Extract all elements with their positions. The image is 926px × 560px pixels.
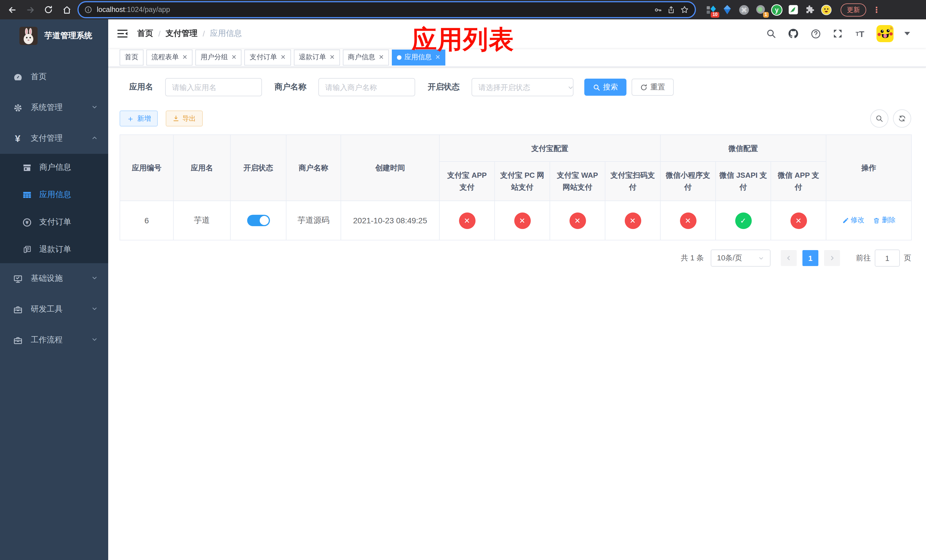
font-size-icon[interactable]: TT: [854, 28, 865, 39]
sidebar-menu: 首页 系统管理 ¥ 支付管理: [0, 62, 108, 356]
payment-submenu: 商户信息 应用信息 ¥ 支付订单: [0, 154, 108, 263]
extension-notes-icon[interactable]: [788, 4, 799, 15]
svg-text:y: y: [775, 6, 779, 14]
tab-merchant-info[interactable]: 商户信息 ✕: [343, 49, 389, 65]
breadcrumb-home[interactable]: 首页: [137, 29, 153, 39]
refresh-table-button[interactable]: [893, 109, 911, 128]
forward-icon[interactable]: [23, 2, 38, 17]
sidebar-item-infrastructure[interactable]: 基础设施: [0, 263, 108, 294]
sidebar-item-label: 支付订单: [39, 217, 71, 227]
next-page-button[interactable]: [824, 250, 840, 266]
sidebar-item-label: 研发工具: [31, 304, 63, 315]
toggle-search-button[interactable]: [870, 109, 888, 128]
breadcrumb-payment[interactable]: 支付管理: [166, 29, 198, 39]
app-logo[interactable]: 芋道管理系统: [0, 20, 108, 52]
tab-user-group[interactable]: 用户分组 ✕: [195, 49, 242, 65]
chevron-down-icon: [91, 274, 98, 283]
browser-update-button[interactable]: 更新: [841, 3, 866, 16]
chevron-down-icon: [91, 305, 98, 314]
sidebar-item-dev-tools[interactable]: 研发工具: [0, 294, 108, 325]
close-icon[interactable]: ✕: [231, 53, 236, 61]
cell-merchant: 芋道源码: [286, 201, 341, 240]
trash-icon: [873, 217, 880, 224]
extension-kite-icon[interactable]: [722, 4, 733, 15]
reset-button[interactable]: 重置: [632, 79, 674, 96]
close-icon[interactable]: ✕: [435, 53, 440, 61]
svg-text:¥: ¥: [26, 220, 29, 225]
home-icon[interactable]: [59, 2, 74, 17]
extension-blocks-icon[interactable]: 10: [705, 4, 716, 15]
tab-process-form[interactable]: 流程表单 ✕: [146, 49, 192, 65]
sidebar-item-payment[interactable]: ¥ 支付管理: [0, 123, 108, 154]
url-text[interactable]: localhost:1024/pay/app: [97, 6, 649, 14]
close-icon[interactable]: ✕: [280, 53, 286, 61]
extensions-puzzle-icon[interactable]: [804, 4, 816, 15]
cell-app-id: 6: [120, 201, 173, 240]
col-group-wechat: 微信配置: [660, 135, 826, 162]
tab-pay-order[interactable]: 支付订单 ✕: [245, 49, 291, 65]
workflow-icon: [12, 335, 23, 345]
add-button[interactable]: ＋ 新增: [120, 110, 158, 127]
browser-menu-icon[interactable]: ⋮: [873, 7, 881, 12]
prev-page-button[interactable]: [781, 250, 797, 266]
sidebar-item-system[interactable]: 系统管理: [0, 92, 108, 123]
status-select[interactable]: [472, 78, 580, 96]
page-size-select[interactable]: 10条/页: [711, 250, 770, 266]
screen: localhost:1024/pay/app 10 ⌘ 1 y: [0, 0, 926, 560]
site-info-icon[interactable]: [84, 6, 92, 14]
extension-command-icon[interactable]: ⌘: [738, 4, 749, 15]
goto-page-input[interactable]: [875, 250, 900, 266]
refund-doc-icon: [22, 245, 32, 254]
sidebar-toggle-icon[interactable]: [117, 28, 128, 39]
close-icon[interactable]: ✕: [379, 53, 384, 61]
page-number-1[interactable]: 1: [802, 250, 819, 266]
sidebar-item-home[interactable]: 首页: [0, 62, 108, 92]
search-icon: [875, 115, 883, 123]
wechat-app-status-icon: [790, 212, 807, 229]
profile-avatar[interactable]: [821, 4, 832, 15]
search-form: 应用名 商户名称 开启状态: [120, 78, 911, 96]
avatar-dropdown-caret[interactable]: [904, 32, 910, 35]
help-icon[interactable]: [810, 28, 821, 39]
search-button[interactable]: 搜索: [584, 79, 626, 96]
sidebar-item-label: 工作流程: [31, 335, 63, 345]
pencil-icon: [842, 217, 849, 224]
table-row: 6 芋道 芋道源码 2021-10-23 08:49:25: [120, 201, 911, 240]
sidebar: 芋道管理系统 首页 系统管理: [0, 20, 108, 560]
sidebar-item-app-info[interactable]: 应用信息: [0, 181, 108, 209]
sidebar-item-merchant-info[interactable]: 商户信息: [0, 154, 108, 181]
sidebar-item-pay-order[interactable]: ¥ 支付订单: [0, 209, 108, 236]
chevron-down-icon: [91, 103, 98, 112]
tab-refund-order[interactable]: 退款订单 ✕: [294, 49, 340, 65]
url-bar[interactable]: localhost:1024/pay/app: [77, 1, 696, 18]
page-content: 应用名 商户名称 开启状态: [108, 67, 926, 266]
github-icon[interactable]: [788, 28, 799, 39]
svg-text:⌘: ⌘: [741, 6, 747, 14]
table-toolbar: ＋ 新增 导出: [120, 109, 911, 128]
edit-link[interactable]: 修改: [842, 216, 864, 225]
tab-app-info[interactable]: 应用信息 ✕: [392, 49, 445, 65]
sidebar-item-workflow[interactable]: 工作流程: [0, 325, 108, 356]
toolbox-icon: [12, 304, 23, 315]
fullscreen-icon[interactable]: [832, 28, 843, 39]
status-toggle[interactable]: [247, 215, 270, 226]
merchant-name-input[interactable]: [318, 78, 415, 96]
user-avatar[interactable]: [876, 25, 894, 42]
extension-proxy-icon[interactable]: 1: [755, 4, 766, 15]
wechat-jsapi-status-icon: [735, 212, 752, 229]
export-button[interactable]: 导出: [166, 110, 203, 127]
extension-y-icon[interactable]: y: [771, 4, 782, 15]
app-name-input[interactable]: [165, 78, 262, 96]
back-icon[interactable]: [5, 2, 20, 17]
tab-home[interactable]: 首页 ✕: [120, 49, 144, 65]
dashboard-icon: [12, 72, 23, 82]
close-icon[interactable]: ✕: [330, 53, 334, 61]
header-search-icon[interactable]: [766, 28, 777, 39]
close-icon[interactable]: ✕: [182, 53, 188, 61]
reload-icon[interactable]: [41, 2, 56, 17]
share-icon[interactable]: [667, 5, 675, 14]
delete-link[interactable]: 删除: [873, 216, 896, 225]
sidebar-item-refund-order[interactable]: 退款订单: [0, 236, 108, 263]
star-bookmark-icon[interactable]: [680, 5, 689, 14]
key-icon[interactable]: [654, 5, 662, 14]
